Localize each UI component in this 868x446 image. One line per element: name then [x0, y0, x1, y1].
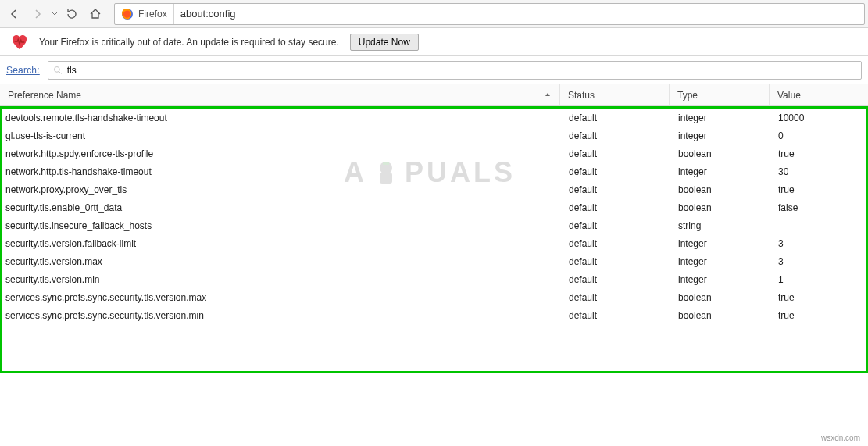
svg-line-2	[59, 71, 61, 73]
results-outline: devtools.remote.tls-handshake-timeoutdef…	[0, 106, 868, 373]
cell-status: default	[563, 202, 672, 213]
cell-value: 3	[772, 256, 866, 267]
back-icon	[8, 8, 20, 20]
cell-value: true	[772, 148, 866, 159]
cell-status: default	[563, 184, 672, 195]
table-row[interactable]: services.sync.prefs.sync.security.tls.ve…	[2, 288, 866, 306]
cell-status: default	[563, 238, 672, 249]
cell-name: security.tls.enable_0rtt_data	[2, 202, 563, 213]
column-header-type[interactable]: Type	[670, 84, 770, 105]
cell-type: integer	[672, 112, 772, 123]
cell-value: true	[772, 292, 866, 303]
column-label-name: Preference Name	[8, 90, 81, 101]
cell-name: security.tls.version.min	[2, 274, 563, 285]
cell-type: boolean	[672, 148, 772, 159]
firefox-icon	[121, 8, 134, 20]
cell-name: network.proxy.proxy_over_tls	[2, 184, 563, 195]
cell-type: integer	[672, 256, 772, 267]
svg-point-1	[54, 66, 59, 72]
table-row[interactable]: security.tls.enable_0rtt_datadefaultbool…	[2, 198, 866, 216]
table-row[interactable]: network.http.spdy.enforce-tls-profiledef…	[2, 145, 866, 162]
cell-value: false	[772, 202, 866, 213]
urlbar[interactable]: Firefox	[114, 3, 865, 25]
cell-name: network.http.tls-handshake-timeout	[2, 166, 563, 177]
column-header-name[interactable]: Preference Name	[0, 84, 560, 105]
warning-bar: Your Firefox is critically out of date. …	[0, 28, 868, 56]
cell-name: gl.use-tls-is-current	[2, 130, 563, 141]
table-row[interactable]: gl.use-tls-is-currentdefaultinteger0	[2, 127, 866, 145]
history-dropdown[interactable]	[50, 3, 59, 25]
cell-value: 30	[772, 166, 866, 177]
search-container[interactable]	[48, 61, 862, 80]
home-button[interactable]	[84, 3, 106, 25]
cell-name: security.tls.version.fallback-limit	[2, 238, 563, 249]
cell-type: string	[672, 220, 772, 231]
cell-name: security.tls.insecure_fallback_hosts	[2, 220, 563, 231]
table-row[interactable]: devtools.remote.tls-handshake-timeoutdef…	[2, 109, 866, 127]
cell-type: integer	[672, 166, 772, 177]
chevron-down-icon	[52, 11, 58, 17]
url-input[interactable]	[174, 8, 864, 20]
column-label-status: Status	[568, 90, 595, 101]
column-header-value[interactable]: Value	[770, 84, 868, 105]
cell-status: default	[563, 112, 672, 123]
table-row[interactable]: services.sync.prefs.sync.security.tls.ve…	[2, 306, 866, 324]
forward-button[interactable]	[27, 3, 48, 25]
identity-label: Firefox	[138, 9, 167, 20]
column-header-status[interactable]: Status	[560, 84, 670, 105]
search-label: Search:	[6, 65, 40, 76]
cell-type: integer	[672, 130, 772, 141]
cell-status: default	[563, 148, 672, 159]
cell-status: default	[563, 130, 672, 141]
site-identity[interactable]: Firefox	[115, 4, 174, 24]
cell-type: boolean	[672, 292, 772, 303]
cell-status: default	[563, 220, 672, 231]
back-button[interactable]	[3, 3, 25, 25]
cell-value: true	[772, 310, 866, 321]
cell-status: default	[563, 292, 672, 303]
search-input[interactable]	[67, 65, 856, 76]
reload-icon	[66, 8, 78, 20]
reload-button[interactable]	[61, 3, 83, 25]
search-row: Search:	[0, 56, 868, 84]
cell-status: default	[563, 166, 672, 177]
home-icon	[89, 8, 102, 20]
heart-icon	[11, 34, 28, 50]
cell-status: default	[563, 256, 672, 267]
table-row[interactable]: security.tls.insecure_fallback_hostsdefa…	[2, 216, 866, 234]
cell-value: 10000	[772, 112, 866, 123]
cell-name: services.sync.prefs.sync.security.tls.ve…	[2, 292, 563, 303]
cell-value: 1	[772, 274, 866, 285]
search-icon	[53, 66, 63, 75]
table-row[interactable]: security.tls.version.mindefaultinteger1	[2, 270, 866, 288]
cell-value: 0	[772, 130, 866, 141]
cell-type: integer	[672, 274, 772, 285]
cell-name: devtools.remote.tls-handshake-timeout	[2, 112, 563, 123]
cell-type: boolean	[672, 310, 772, 321]
cell-type: boolean	[672, 202, 772, 213]
cell-value: 3	[772, 238, 866, 249]
forward-icon	[31, 8, 44, 20]
cell-status: default	[563, 310, 672, 321]
results-list: devtools.remote.tls-handshake-timeoutdef…	[2, 109, 866, 324]
update-now-button[interactable]: Update Now	[350, 34, 419, 51]
cell-value: true	[772, 184, 866, 195]
cell-name: services.sync.prefs.sync.security.tls.ve…	[2, 310, 563, 321]
table-row[interactable]: network.proxy.proxy_over_tlsdefaultboole…	[2, 180, 866, 198]
column-label-type: Type	[677, 90, 698, 101]
browser-toolbar: Firefox	[0, 0, 868, 28]
cell-status: default	[563, 274, 672, 285]
cell-name: network.http.spdy.enforce-tls-profile	[2, 148, 563, 159]
column-label-value: Value	[777, 90, 801, 101]
warning-text: Your Firefox is critically out of date. …	[39, 37, 339, 48]
table-row[interactable]: network.http.tls-handshake-timeoutdefaul…	[2, 162, 866, 180]
table-row[interactable]: security.tls.version.maxdefaultinteger3	[2, 252, 866, 270]
table-header: Preference Name Status Type Value	[0, 84, 868, 106]
cell-type: boolean	[672, 184, 772, 195]
cell-type: integer	[672, 238, 772, 249]
table-row[interactable]: security.tls.version.fallback-limitdefau…	[2, 234, 866, 252]
cell-name: security.tls.version.max	[2, 256, 563, 267]
sort-asc-icon	[544, 90, 552, 101]
